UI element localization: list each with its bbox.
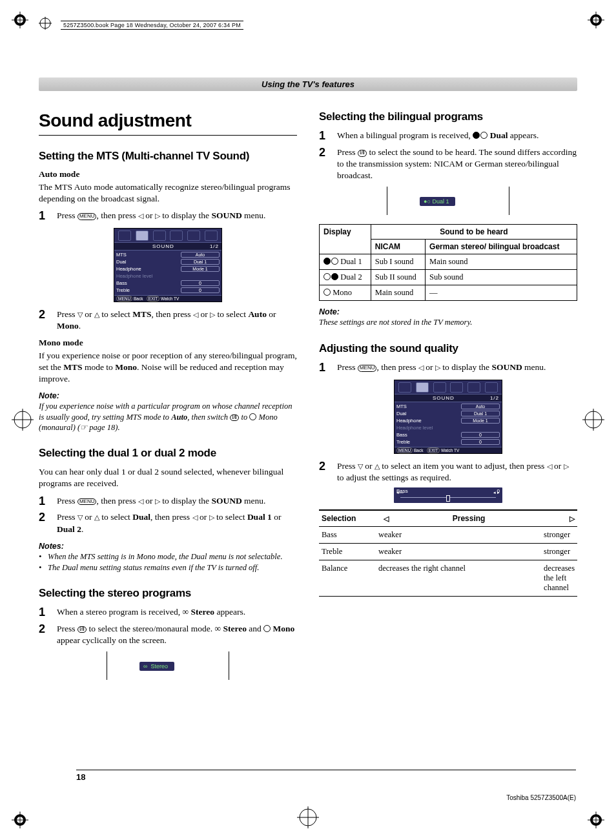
osd-row-val: Mode 1 (181, 266, 220, 272)
up-triangle-icon: △ (375, 462, 380, 471)
osd-row-val: Auto (461, 404, 500, 409)
note-heading: Note: (39, 391, 297, 400)
slider-thumb-icon (446, 495, 450, 502)
page-number: 18 (76, 772, 85, 782)
text: , then press (150, 512, 192, 522)
text-bold: SOUND (211, 496, 241, 506)
text: or (83, 309, 94, 319)
pressing-table: Selection ◁ Pressing ▷ Bassweakerstronge… (319, 509, 577, 597)
left-triangle-icon: ◁ (138, 211, 143, 221)
sound-osd-menu: SOUND1/2 MTSAuto DualDual 1 HeadphoneMod… (394, 380, 502, 454)
text: to select the sound to be heard. The sou… (337, 147, 577, 180)
left-triangle-icon: ◁ (384, 515, 389, 523)
osd-dual-indicator: ●○ Dual 1 (387, 187, 509, 215)
bilingual-step-1: 1 When a bilingual program is received, … (319, 130, 577, 143)
crop-mark-icon (12, 812, 28, 828)
osd-row-label: MTS (116, 252, 127, 258)
dual-step-2: 2 Press ▽ or △ to select Dual, then pres… (39, 511, 297, 535)
right-triangle-icon: ▷ (155, 497, 160, 506)
right-triangle-icon: ▷ (210, 310, 215, 320)
text: or (143, 496, 155, 506)
text: menu. (522, 362, 546, 372)
cell-text: Sub sound (426, 270, 577, 285)
text: When a stereo program is received, (57, 607, 183, 617)
left-triangle-icon: ◁ (418, 363, 424, 373)
right-triangle-icon: ▷ (209, 513, 214, 522)
step-number: 2 (319, 460, 337, 484)
text-bold: MTS (132, 309, 151, 319)
text: Press (57, 210, 77, 220)
notes-heading: Notes: (39, 542, 297, 551)
cell-text: Mono (331, 288, 352, 297)
cell-text: decreases the left channel (541, 560, 577, 596)
left-triangle-icon: ◁ (193, 310, 198, 320)
cell-text: stronger (541, 526, 577, 543)
table-row: Dual 1 Sub I sound Main sound (320, 254, 577, 270)
page-title: Sound adjustment (39, 110, 297, 136)
mono-circle-icon (249, 413, 256, 420)
step-number: 1 (319, 362, 337, 374)
text-bold: Dual (488, 130, 508, 140)
text-bold: Dual 1 (247, 512, 272, 522)
cell-text: — (426, 285, 577, 301)
dual1-icon (323, 258, 338, 265)
heading-auto-mode: Auto mode (39, 169, 297, 179)
cell-text: Main sound (371, 285, 425, 301)
cell-text: Dual 2 (338, 272, 362, 282)
osd-row-label: Headphone level (396, 425, 433, 431)
osd-icon-row (395, 380, 502, 394)
text: , then press (152, 309, 194, 319)
table-header: German stereo/ bilingual broadcast (426, 240, 577, 254)
registration-mark-icon (582, 409, 604, 431)
step-number: 2 (319, 147, 337, 182)
dual-step-1: 1 Press MENU, then press ◁ or ▷ to displ… (39, 495, 297, 508)
osd-footer: MENU Back EXIT Watch TV (114, 295, 221, 302)
down-triangle-icon: ▽ (77, 310, 83, 320)
crop-mark-icon (588, 12, 604, 28)
mts-step-1: 1 Press MENU, then press ◁ or ▷ to displ… (39, 210, 297, 223)
heading-mono-mode: Mono mode (39, 338, 297, 348)
osd-row-val: 0 (461, 439, 500, 445)
stereo-step-2: 2 Press Ⅰ/Ⅱ to select the stereo/monaura… (39, 623, 297, 646)
hand-pointer-icon: ☞ (80, 423, 87, 432)
text: to select the stereo/monaural mode. (87, 624, 214, 633)
text: to select (99, 512, 132, 522)
dual2-icon (323, 273, 338, 280)
sound-osd-menu: SOUND1/2 MTSAuto DualDual 1 HeadphoneMod… (114, 228, 222, 302)
mono-circle-icon (263, 625, 271, 632)
mono-circle-icon (323, 289, 331, 296)
text-bold: Stereo (221, 624, 247, 633)
osd-page: 1/2 (490, 395, 499, 401)
text-bold: Dual 2 (57, 524, 81, 534)
cell-text: Treble (319, 543, 376, 560)
osd-title: SOUND (117, 243, 210, 249)
heading-mts: Setting the MTS (Multi-channel TV Sound) (39, 150, 297, 163)
text: or (83, 512, 94, 522)
registration-mark-icon (12, 409, 34, 431)
text: Press (337, 461, 358, 471)
osd-row-label: Headphone level (116, 273, 152, 279)
text: or (267, 309, 276, 319)
up-triangle-icon: △ (94, 310, 99, 320)
osd-row-val: Auto (181, 252, 220, 258)
osd-row-val: 0 (181, 287, 220, 293)
osd-row-label: Dual (396, 411, 406, 416)
footer-model: Toshiba 5257Z3500A(E) (506, 794, 576, 801)
text: , then press (376, 362, 418, 372)
text: , then press (96, 210, 138, 220)
text: to select (215, 309, 248, 319)
osd-row-label: Treble (116, 287, 130, 293)
cell-text: Main sound (426, 254, 577, 270)
heading-dual: Selecting the dual 1 or dual 2 mode (39, 447, 297, 460)
cell-text: weaker (376, 526, 541, 543)
dual-intro: You can hear only dual 1 or dual 2 sound… (39, 466, 297, 489)
text: Press (57, 512, 77, 522)
step-number: 2 (39, 511, 57, 535)
text: Press (57, 309, 77, 319)
right-triangle-icon: ▷ (570, 515, 575, 523)
mono-mode-body: If you experience noise or poor receptio… (39, 350, 297, 385)
dual-icon: ●○ (424, 198, 431, 205)
text: to select (214, 512, 247, 522)
step-number: 2 (39, 623, 57, 646)
table-row: Bassweakerstronger (319, 526, 577, 543)
